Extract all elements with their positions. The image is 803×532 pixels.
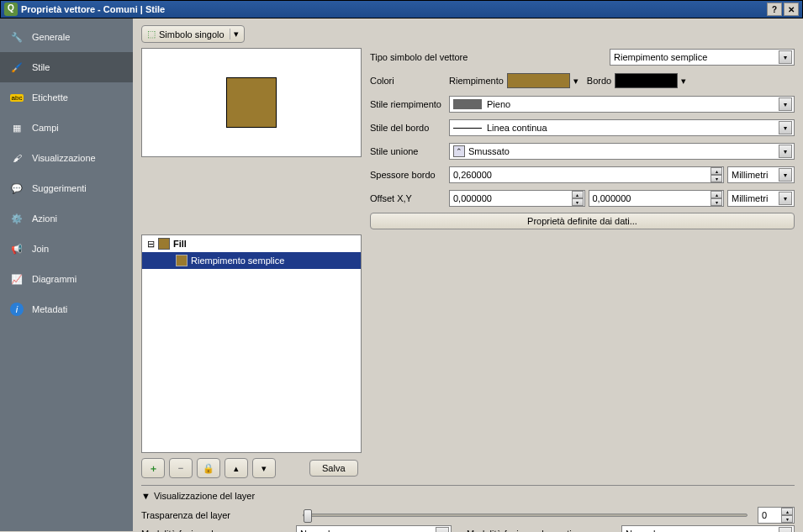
tree-child-label: Riempimento semplice [191, 255, 284, 266]
blend-feature-value: Normale [626, 529, 661, 532]
tree-swatch-icon [158, 238, 170, 250]
spin-buttons[interactable]: ▴▾ [711, 167, 722, 182]
label-icon: abc [8, 89, 25, 106]
chevron-down-icon: ▾ [779, 168, 792, 182]
tree-child-row[interactable]: Riempimento semplice [142, 252, 361, 269]
border-width-unit: Millimetri [732, 170, 768, 180]
sidebar-item-join[interactable]: 📢Join [0, 234, 133, 264]
border-style-label: Stile del bordo [370, 123, 446, 133]
join-style-label: Stile unione [370, 146, 446, 156]
help-titlebar-button[interactable]: ? [767, 3, 782, 16]
join-style-select[interactable]: ⌃ Smussato ▾ [449, 143, 795, 160]
symbol-mode-label: Simbolo singolo [159, 29, 225, 40]
collapse-icon[interactable]: ⊟ [147, 239, 155, 250]
chevron-down-icon: ▾ [436, 527, 449, 532]
chevron-down-icon: ▾ [779, 145, 792, 158]
border-color-swatch[interactable] [615, 73, 678, 88]
balloon-icon: 💬 [8, 180, 25, 197]
offset-y-input[interactable]: 0,000000 ▴▾ [589, 190, 725, 207]
fill-style-value: Pieno [487, 99, 510, 109]
fill-style-select[interactable]: Pieno ▾ [449, 96, 795, 113]
fill-style-label: Stile riempimento [370, 99, 446, 109]
spin-buttons[interactable]: ▴▾ [572, 191, 584, 206]
sidebar-item-generale[interactable]: 🔧Generale [0, 22, 133, 52]
transparency-input[interactable]: 0 ▴▾ [758, 507, 795, 524]
spin-buttons[interactable]: ▴▾ [711, 191, 722, 206]
sidebar-item-stile[interactable]: 🖌️Stile [0, 52, 133, 82]
data-defined-button[interactable]: Proprietà definite dai dati... [370, 213, 795, 229]
sidebar-item-visualizzazione[interactable]: 🖌Visualizzazione [0, 143, 133, 173]
sidebar-item-metadati[interactable]: iMetadati [0, 294, 133, 324]
sidebar-item-label: Stile [32, 62, 50, 72]
fill-color-label: Riempimento [449, 76, 504, 86]
chevron-down-icon: ▾ [779, 50, 792, 64]
window-title: Proprietà vettore - Comuni | Stile [21, 4, 765, 14]
sidebar-item-label: Visualizzazione [32, 153, 96, 163]
border-style-value: Linea continua [487, 123, 547, 133]
spin-buttons[interactable]: ▴▾ [781, 508, 793, 523]
border-width-unit-select[interactable]: Millimetri ▾ [727, 166, 795, 183]
layer-rendering-section: ▼ Visualizzazione del layer Trasparenza … [141, 485, 795, 532]
chevron-down-icon: ▾ [779, 527, 792, 532]
join-style-value: Smussato [468, 146, 510, 156]
fill-color-swatch[interactable] [507, 73, 570, 88]
blend-feature-select[interactable]: Normale ▾ [621, 525, 795, 532]
offset-x-input[interactable]: 0,000000 ▴▾ [449, 190, 585, 207]
wrench-icon: 🔧 [8, 29, 25, 45]
offset-unit-select[interactable]: Millimetri ▾ [727, 190, 795, 207]
sidebar-item-etichette[interactable]: abcEtichette [0, 82, 133, 113]
transparency-slider[interactable] [303, 514, 748, 517]
border-color-label: Bordo [587, 76, 611, 86]
sidebar-item-suggerimenti[interactable]: 💬Suggerimenti [0, 173, 133, 203]
slider-thumb[interactable] [304, 509, 312, 523]
border-width-input[interactable]: 0,260000 ▴▾ [449, 166, 724, 183]
symbol-layer-tree[interactable]: ⊟ Fill Riempimento semplice [141, 234, 362, 453]
sidebar-item-campi[interactable]: ▦Campi [0, 113, 133, 143]
fill-color-dropdown[interactable]: ▾ [573, 76, 578, 87]
move-up-button[interactable]: ▴ [225, 458, 248, 478]
bevel-icon: ⌃ [453, 145, 465, 157]
sidebar-item-label: Etichette [32, 92, 68, 103]
sidebar-item-label: Suggerimenti [32, 183, 87, 193]
transparency-value: 0 [762, 510, 767, 520]
remove-layer-button[interactable]: − [169, 458, 193, 478]
sidebar-item-label: Metadati [32, 304, 67, 314]
symbol-preview [141, 48, 362, 157]
gear-icon: ⚙️ [8, 210, 25, 227]
fill-sample-icon [453, 99, 482, 109]
chevron-down-icon: ▾ [779, 192, 792, 205]
offset-y-value: 0,000000 [593, 193, 631, 203]
sidebar-item-azioni[interactable]: ⚙️Azioni [0, 203, 133, 234]
transparency-label: Trasparenza del layer [141, 510, 293, 520]
symbol-type-value: Riempimento semplice [614, 52, 707, 62]
minus-icon: − [178, 463, 183, 473]
symbol-type-select[interactable]: Riempimento semplice ▾ [610, 49, 795, 66]
sidebar-item-diagrammi[interactable]: 📈Diagrammi [0, 264, 133, 294]
blend-feature-label: Modalità fusione elementi [467, 529, 618, 532]
chart-icon: 📈 [8, 271, 25, 287]
colors-label: Colori [370, 76, 446, 86]
sidebar-item-label: Azioni [32, 213, 57, 224]
border-color-dropdown[interactable]: ▾ [681, 76, 686, 87]
lock-layer-button[interactable]: 🔒 [197, 458, 220, 478]
border-style-select[interactable]: Linea continua ▾ [449, 119, 795, 136]
add-layer-button[interactable]: ＋ [141, 458, 165, 478]
sidebar-item-label: Generale [32, 32, 70, 42]
symbol-mode-dropdown[interactable]: ⬚ Simbolo singolo ▾ [141, 25, 245, 43]
close-titlebar-button[interactable]: ✕ [784, 3, 799, 16]
save-label: Salva [322, 463, 346, 473]
save-symbol-button[interactable]: Salva [309, 460, 358, 477]
chevron-down-icon: ▾ [230, 29, 239, 40]
sidebar-item-label: Campi [32, 123, 59, 133]
move-down-button[interactable]: ▾ [252, 458, 276, 478]
tree-root-row[interactable]: ⊟ Fill [142, 235, 361, 252]
collapse-arrow-icon[interactable]: ▼ [141, 491, 151, 501]
titlebar: Proprietà vettore - Comuni | Stile ? ✕ [0, 0, 803, 18]
line-sample-icon [453, 128, 482, 129]
brush-icon: 🖌️ [8, 59, 25, 76]
blend-layer-select[interactable]: Normale ▾ [296, 525, 452, 532]
info-icon: i [8, 301, 25, 318]
tree-root-label: Fill [173, 239, 187, 249]
plus-icon: ＋ [149, 462, 158, 475]
offset-x-value: 0,000000 [453, 193, 492, 203]
